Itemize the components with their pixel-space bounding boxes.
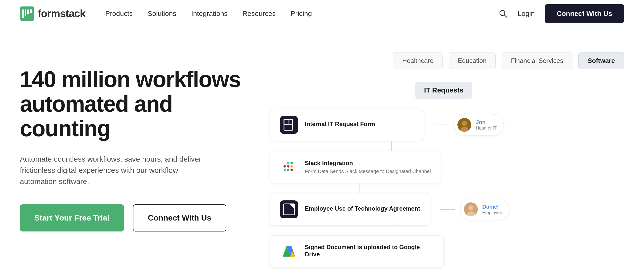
svg-rect-1: [22, 10, 24, 18]
step4: Signed Document is uploaded to Google Dr…: [270, 235, 444, 268]
step4-icon: [280, 243, 298, 260]
hero-right: Healthcare Education Financial Services …: [244, 47, 624, 268]
slack-icon: [282, 160, 296, 175]
login-link[interactable]: Login: [518, 10, 535, 18]
main-content: 140 million workflows automated and coun…: [0, 27, 644, 274]
step3-person: Daniel Employee: [440, 199, 509, 220]
search-icon: [498, 9, 508, 19]
tab-software[interactable]: Software: [578, 52, 624, 69]
formstack-doc-icon: [282, 118, 296, 131]
hero-headline-line1: 140 million workflows: [20, 67, 240, 92]
start-trial-button[interactable]: Start Your Free Trial: [20, 204, 124, 231]
step3: Employee Use of Technology Agreement: [270, 193, 509, 225]
step1-person-info: Jon Head of IT: [476, 119, 497, 131]
svg-rect-20: [290, 162, 293, 164]
step2-left: Slack Integration Form Data Sends Slack …: [270, 151, 441, 193]
step4-left: Signed Document is uploaded to Google Dr…: [270, 235, 444, 268]
tab-healthcare[interactable]: Healthcare: [393, 52, 443, 69]
svg-rect-4: [30, 10, 32, 13]
step3-card: Employee Use of Technology Agreement: [270, 193, 430, 225]
step3-left: Employee Use of Technology Agreement: [270, 193, 509, 235]
svg-rect-19: [290, 169, 293, 171]
step2: Slack Integration Form Data Sends Slack …: [270, 151, 441, 183]
step1-title: Internal IT Request Form: [305, 121, 375, 128]
tab-education[interactable]: Education: [449, 52, 496, 69]
hero-headline: 140 million workflows automated and coun…: [20, 67, 244, 141]
navbar: formstack Products Solutions Integration…: [0, 0, 644, 27]
step3-title: Employee Use of Technology Agreement: [305, 205, 420, 212]
step3-person-role: Employee: [482, 210, 502, 215]
workflow-container: IT Requests: [270, 82, 618, 268]
hero-buttons: Start Your Free Trial Connect With Us: [20, 204, 244, 231]
step3-vert-connector: [394, 225, 394, 235]
tab-financial[interactable]: Financial Services: [502, 52, 572, 69]
svg-rect-0: [20, 7, 34, 21]
hero-left: 140 million workflows automated and coun…: [20, 47, 244, 231]
svg-line-6: [504, 15, 507, 18]
step4-text: Signed Document is uploaded to Google Dr…: [305, 244, 434, 259]
logo-text: formstack: [38, 8, 86, 20]
step1-person-name: Jon: [476, 119, 497, 126]
industry-tabs: Healthcare Education Financial Services …: [263, 52, 624, 69]
step3-connector: [440, 209, 455, 210]
svg-rect-13: [284, 165, 286, 168]
step1-icon: [280, 116, 298, 134]
step1-person-role: Head of IT: [476, 126, 497, 131]
step1-left: Internal IT Request Form: [270, 109, 504, 151]
nav-cta-button[interactable]: Connect With Us: [544, 4, 624, 23]
formstack-sign-icon: [282, 203, 296, 216]
svg-point-11: [462, 121, 467, 126]
workflow-label: IT Requests: [415, 82, 472, 99]
step1-text: Internal IT Request Form: [305, 121, 375, 129]
step2-icon: [280, 158, 298, 176]
nav-solutions[interactable]: Solutions: [148, 10, 176, 18]
step3-person-name: Daniel: [482, 204, 502, 210]
step1-person-card: Jon Head of IT: [454, 114, 504, 136]
logo-icon: [20, 7, 34, 21]
step2-vert-connector: [360, 183, 360, 193]
step4-title: Signed Document is uploaded to Google Dr…: [305, 244, 434, 258]
nav-resources[interactable]: Resources: [242, 10, 276, 18]
step1-card: Internal IT Request Form: [270, 109, 424, 141]
step1-avatar: [458, 118, 471, 132]
svg-marker-22: [290, 204, 294, 209]
svg-rect-14: [287, 165, 290, 168]
svg-rect-17: [290, 165, 293, 168]
step3-icon: [280, 200, 298, 218]
svg-rect-7: [284, 119, 292, 130]
search-button[interactable]: [498, 9, 508, 19]
step1: Internal IT Request Form: [270, 109, 504, 141]
nav-pricing[interactable]: Pricing: [291, 10, 312, 18]
step2-card: Slack Integration Form Data Sends Slack …: [270, 151, 441, 183]
step1-person: Jon Head of IT: [434, 114, 504, 136]
nav-products[interactable]: Products: [105, 10, 133, 18]
step3-person-info: Daniel Employee: [482, 204, 502, 215]
svg-rect-3: [27, 10, 29, 15]
step2-text: Slack Integration Form Data Sends Slack …: [305, 160, 431, 175]
step1-connector: [434, 125, 449, 125]
daniel-avatar-icon: [464, 202, 478, 216]
google-drive-icon: [282, 244, 296, 259]
svg-rect-16: [287, 169, 290, 171]
connect-with-us-button[interactable]: Connect With Us: [133, 204, 226, 231]
jon-avatar-icon: [458, 118, 471, 132]
step3-avatar: [464, 202, 478, 216]
step4-card: Signed Document is uploaded to Google Dr…: [270, 235, 444, 268]
step1-vert-connector: [391, 141, 392, 151]
hero-subtext: Automate countless workflows, save hours…: [20, 153, 209, 187]
svg-rect-2: [25, 10, 26, 16]
workflow-steps: Internal IT Request Form: [270, 109, 618, 268]
step2-subtitle: Form Data Sends Slack Message to Designa…: [305, 168, 431, 175]
nav-integrations[interactable]: Integrations: [191, 10, 227, 18]
svg-rect-8: [284, 119, 289, 124]
logo-link[interactable]: formstack: [20, 7, 86, 21]
step3-text: Employee Use of Technology Agreement: [305, 205, 420, 214]
hero-headline-line2: automated and counting: [20, 92, 172, 141]
svg-point-24: [468, 205, 473, 210]
nav-links: Products Solutions Integrations Resource…: [105, 10, 498, 18]
nav-right: Login Connect With Us: [498, 4, 624, 23]
svg-rect-18: [284, 169, 286, 171]
svg-rect-15: [287, 162, 290, 164]
step3-person-card: Daniel Employee: [460, 199, 509, 220]
step2-title: Slack Integration: [305, 160, 431, 167]
